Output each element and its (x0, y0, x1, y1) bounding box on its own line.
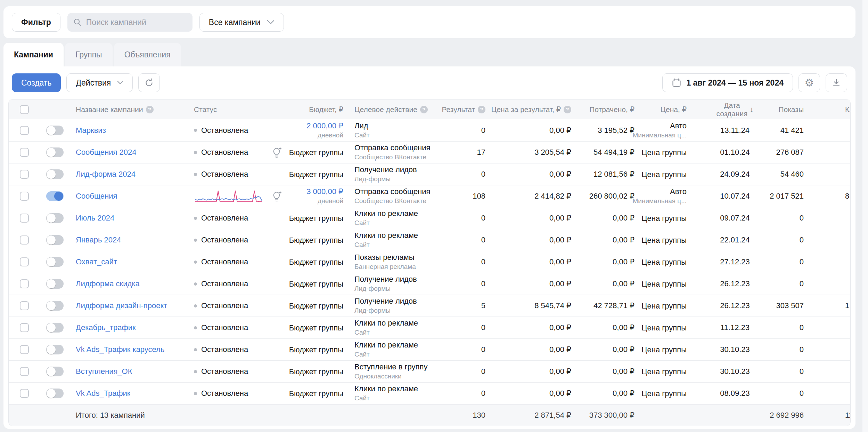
actions-button[interactable]: Действия (66, 73, 133, 92)
campaign-toggle[interactable] (46, 191, 64, 201)
impressions-value: 0 (771, 214, 841, 223)
campaign-toggle[interactable] (46, 169, 64, 179)
row-checkbox[interactable] (20, 126, 29, 135)
campaign-name-link[interactable]: Сообщения 2024 (76, 148, 136, 157)
table-row: Лидформа дизайн-проект Остановлена Бюдже… (9, 295, 851, 317)
chevron-down-icon (267, 20, 275, 25)
row-checkbox[interactable] (20, 192, 29, 201)
totals-result: 130 (462, 411, 507, 420)
tab-campaigns[interactable]: Кампании (3, 43, 64, 66)
result-value: 0 (462, 257, 507, 266)
budget-note: дневной (318, 196, 343, 206)
campaign-name-link[interactable]: Vk Ads_Трафик (76, 389, 130, 398)
campaign-scope-value: Все кампании (209, 18, 261, 27)
row-checkbox[interactable] (20, 257, 29, 266)
campaign-toggle[interactable] (46, 345, 64, 354)
campaign-name-link[interactable]: Вступления_ОК (76, 367, 132, 376)
col-header-budget[interactable]: Бюджет, ₽ (288, 105, 347, 114)
impressions-value: 0 (771, 389, 841, 398)
export-button[interactable] (826, 73, 847, 92)
tab-ads[interactable]: Объявления (114, 43, 181, 66)
campaign-name-link[interactable]: Лидформа скидка (76, 279, 140, 288)
date-range-button[interactable]: 1 авг 2024 — 15 ноя 2024 (662, 73, 793, 92)
campaign-toggle[interactable] (46, 235, 64, 245)
row-checkbox[interactable] (20, 170, 29, 179)
campaign-toggle[interactable] (46, 126, 64, 135)
impressions-value: 2 017 521 (771, 192, 841, 201)
status-text: Остановлена (201, 345, 248, 354)
row-checkbox[interactable] (20, 235, 29, 245)
idea-lightbulb-icon[interactable] (271, 146, 282, 158)
filter-button[interactable]: Фильтр (12, 13, 60, 32)
help-icon[interactable]: ? (420, 106, 428, 113)
objective-note: Лид-формы (354, 284, 417, 293)
cost-per-result-value: 0,00 ₽ (507, 257, 594, 266)
settings-button[interactable]: ⚙ (799, 73, 820, 92)
help-icon[interactable]: ? (478, 106, 485, 113)
campaign-name-link[interactable]: Vk Ads_Трафик карусель (76, 345, 164, 354)
tab-groups[interactable]: Группы (65, 43, 113, 66)
campaign-name-link[interactable]: Январь 2024 (76, 235, 121, 245)
impressions-value: 54 460 (771, 170, 841, 179)
col-header-cost-per-result[interactable]: Цена за результат, ₽ ? (507, 105, 594, 114)
table-row: Июль 2024 Остановлена Бюджет группы Клик… (9, 207, 851, 229)
objective-note: Сообщество ВКонтакте (354, 152, 430, 162)
impressions-value: 0 (771, 257, 841, 266)
search-placeholder: Поиск кампаний (86, 18, 146, 27)
row-checkbox[interactable] (20, 148, 29, 157)
campaign-name-link[interactable]: Лидформа дизайн-проект (76, 301, 167, 310)
row-checkbox[interactable] (20, 301, 29, 310)
status-text: Остановлена (201, 301, 248, 310)
col-header-created-date[interactable]: Дата создания ↓ (709, 101, 771, 118)
col-header-clicks[interactable]: Клики (841, 105, 851, 114)
help-icon[interactable]: ? (564, 106, 571, 113)
status-dot (194, 370, 197, 373)
table-row: Лид-форма 2024 Остановлена Бюджет группы… (9, 163, 851, 185)
row-checkbox[interactable] (20, 367, 29, 376)
campaign-toggle[interactable] (46, 147, 64, 157)
idea-lightbulb-icon[interactable] (271, 190, 282, 202)
result-value: 0 (462, 126, 507, 135)
status-dot (194, 129, 197, 132)
campaign-toggle[interactable] (46, 213, 64, 223)
campaign-toggle[interactable] (46, 301, 64, 311)
status-text: Остановлена (201, 235, 248, 245)
budget-value: Бюджет группы (289, 257, 343, 267)
campaign-name-link[interactable]: Сообщения (76, 192, 117, 201)
impressions-value: 303 507 (771, 301, 841, 310)
row-checkbox[interactable] (20, 345, 29, 354)
objective-note: Лид-формы (354, 306, 417, 315)
campaign-name-link[interactable]: Марквиз (76, 126, 106, 135)
cost-per-result-value: 0,00 ₽ (507, 126, 594, 135)
row-checkbox[interactable] (20, 389, 29, 398)
campaign-toggle[interactable] (46, 367, 64, 376)
campaign-scope-select[interactable]: Все кампании (199, 13, 284, 32)
campaign-name-link[interactable]: Охват_сайт (76, 257, 117, 266)
help-icon[interactable]: ? (146, 106, 154, 113)
price-type: Цена группы (641, 257, 687, 267)
objective-note: Сайт (354, 328, 418, 337)
col-header-spent[interactable]: Потрачено, ₽ (594, 105, 657, 114)
row-checkbox[interactable] (20, 279, 29, 288)
search-input[interactable]: Поиск кампаний (67, 13, 193, 32)
campaign-name-link[interactable]: Декабрь_трафик (76, 323, 136, 332)
select-all-checkbox[interactable] (20, 105, 29, 114)
cost-per-result-value: 2 414,82 ₽ (507, 192, 594, 201)
create-button[interactable]: Создать (12, 73, 61, 92)
refresh-button[interactable] (138, 73, 160, 92)
table-body: Марквиз Остановлена 2 000,00 ₽ дневной Л… (9, 119, 851, 404)
row-checkbox[interactable] (20, 214, 29, 223)
col-header-name[interactable]: Название кампании ? (69, 105, 184, 114)
col-header-impressions[interactable]: Показы (771, 105, 841, 114)
budget-value: 3 000,00 ₽ (306, 187, 343, 196)
col-header-status[interactable]: Статус (184, 105, 288, 114)
campaign-toggle[interactable] (46, 279, 64, 289)
col-header-price[interactable]: Цена, ₽ (657, 105, 709, 114)
status-dot (194, 173, 197, 176)
campaign-name-link[interactable]: Июль 2024 (76, 214, 114, 223)
campaign-toggle[interactable] (46, 257, 64, 267)
campaign-toggle[interactable] (46, 389, 64, 398)
campaign-name-link[interactable]: Лид-форма 2024 (76, 170, 136, 179)
row-checkbox[interactable] (20, 323, 29, 332)
campaign-toggle[interactable] (46, 323, 64, 333)
